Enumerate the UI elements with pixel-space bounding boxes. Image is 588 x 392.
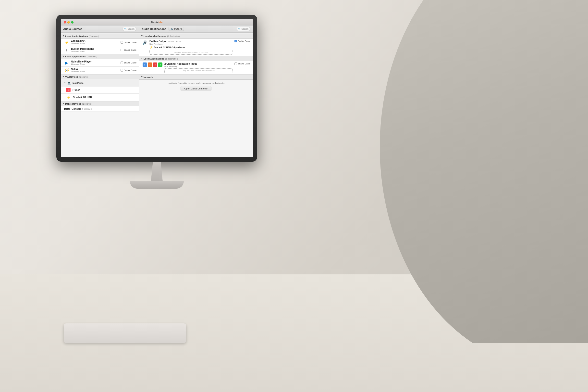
dest-2ch-checkbox[interactable]: [234, 62, 237, 65]
section-dest-local-apps[interactable]: Local Applications (1 destination): [139, 56, 253, 61]
device-itunes: ♪ iTunes: [61, 86, 139, 94]
left-panel-title: Audio Sources: [63, 28, 82, 30]
traffic-lights: [64, 21, 74, 24]
monitor-stand-base: [130, 181, 184, 189]
dest-builtin-output-name: Built-in Output: [150, 40, 166, 43]
device-builtin-mic-info: Built-in Microphone Listeners: None: [71, 48, 118, 52]
dest-builtin-output: 🔊 Built-in Output Default Output Now Rec…: [139, 39, 253, 56]
dest-builtin-checkbox[interactable]: ✓: [234, 40, 237, 42]
monitor-stand-neck: [147, 162, 166, 181]
left-search-text: Search: [128, 28, 134, 30]
network-content: Use Dante Controller to send audio to a …: [139, 80, 253, 94]
sub-device-ipsofacto[interactable]: 💻 IpsoFacto: [61, 80, 139, 86]
left-panel: Audio Sources 🔍 Search Local Audio Devic…: [61, 26, 139, 157]
network-expand-icon: [141, 76, 142, 78]
app-window: DanteVia Audio Sources 🔍 Search: [61, 19, 253, 157]
at2020-enable-label: Enable Dante: [124, 41, 136, 44]
at2020-checkbox[interactable]: [120, 41, 123, 44]
section-dest-local-audio[interactable]: Local Audio Devices (1 destination): [139, 34, 253, 39]
device-at2020-info: AT2020 USB Listeners: None: [71, 40, 118, 45]
dest-2ch-drop-zone[interactable]: Drop an Audio Source here to connect: [164, 68, 232, 73]
section-count-dante: (1 source): [82, 103, 92, 105]
app-title: DanteVia: [151, 21, 163, 24]
device-builtin-mic-listeners: Listeners: None: [71, 50, 118, 52]
device-builtin-mic: 🎙 Built-in Microphone Listeners: None En…: [61, 46, 139, 54]
right-search-icon: 🔍: [238, 28, 240, 30]
device-itunes-name: iTunes: [72, 89, 80, 92]
quicktime-enable-label: Enable Dante: [124, 62, 136, 64]
device-console: dDante Console 8 channels: [61, 106, 139, 112]
device-at2020: ⚡ AT2020 USB Listeners: None Enable Dant…: [61, 39, 139, 46]
laptop-icon: 💻: [67, 80, 72, 85]
dest-green-app-icon: ●: [158, 62, 162, 67]
dest-2ch-enable-btn[interactable]: Enable Dante: [234, 62, 250, 65]
dest-builtin-drop-zone[interactable]: Drop an Audio Source here to connect: [150, 50, 232, 55]
dest-builtin-receiving-source: Scarlett 2i2 USB @ IpsoFacto: [154, 46, 185, 48]
quicktime-enable-btn[interactable]: Enable Dante: [120, 62, 136, 64]
maximize-button[interactable]: [71, 21, 74, 24]
safari-checkbox[interactable]: [120, 69, 123, 72]
title-dante: Dante: [151, 21, 159, 24]
right-panel: Audio Destinations 🔊 Mute All 🔍 Search: [139, 26, 253, 157]
section-via-devices[interactable]: Via Devices (1 source): [61, 74, 139, 80]
right-panel-header: Audio Destinations 🔊 Mute All 🔍 Search: [139, 26, 253, 32]
ipsofacto-expand-icon: [64, 82, 66, 84]
device-builtin-mic-name: Built-in Microphone: [71, 48, 118, 50]
device-quicktime-info: QuickTime Player Listeners: None: [71, 60, 118, 65]
right-panel-title: Audio Destinations: [142, 28, 166, 30]
dest-local-apps-expand-icon: [141, 58, 142, 60]
open-dante-controller-button[interactable]: Open Dante Controller: [180, 86, 211, 91]
section-count-local-audio: (2 sources): [89, 35, 100, 38]
title-via: Via: [158, 21, 162, 24]
left-search-box[interactable]: 🔍 Search: [122, 27, 136, 31]
dest-builtin-enable-btn[interactable]: ✓ Enable Dante: [234, 40, 250, 42]
device-at2020-name: AT2020 USB: [71, 40, 118, 43]
section-dante-devices[interactable]: Dante Devices (1 source): [61, 101, 139, 106]
builtin-mic-checkbox[interactable]: [120, 49, 123, 51]
usb-icon: ⚡: [64, 40, 69, 45]
quicktime-checkbox[interactable]: [120, 62, 123, 64]
dest-section-count-local-audio: (1 destination): [167, 35, 180, 38]
app-content: Audio Sources 🔍 Search Local Audio Devic…: [61, 26, 253, 157]
device-safari: 🧭 Safari Listeners: None Enable Dante: [61, 67, 139, 74]
close-button[interactable]: [64, 21, 66, 24]
device-safari-name: Safari: [71, 68, 118, 70]
device-safari-info: Safari Listeners: None: [71, 68, 118, 73]
section-name-via: Via Devices: [65, 76, 78, 78]
mute-all-button[interactable]: 🔊 Mute All: [168, 27, 184, 31]
section-local-audio-devices[interactable]: Local Audio Devices (2 sources): [61, 34, 139, 39]
mute-all-label: Mute All: [174, 28, 182, 30]
section-count-local-apps: (2 sources): [87, 55, 97, 58]
section-local-apps-icon: [63, 56, 64, 58]
dest-builtin-receiving-label: Now Receiving:: [150, 43, 232, 45]
right-search-box[interactable]: 🔍 Search: [236, 27, 250, 31]
dest-2ch-app-input: ● ● ● ● 2 Channel Application Input Now …: [139, 61, 253, 74]
dest-builtin-receiving-icon: ⚡: [150, 46, 153, 49]
section-expand-icon: [63, 35, 64, 37]
builtin-mic-enable-label: Enable Dante: [124, 49, 136, 51]
monitor: DanteVia Audio Sources 🔍 Search: [56, 15, 257, 191]
section-local-apps[interactable]: Local Applications (2 sources): [61, 54, 139, 59]
at2020-enable-btn[interactable]: Enable Dante: [120, 41, 136, 44]
left-panel-scroll[interactable]: Local Audio Devices (2 sources) ⚡ AT2020…: [61, 32, 139, 157]
quicktime-icon: ▶: [64, 60, 69, 65]
scarlett-usb-icon: ⚡: [66, 95, 71, 100]
device-quicktime-name: QuickTime Player: [71, 60, 118, 63]
dest-2ch-app-name: 2 Channel Application Input: [164, 62, 232, 65]
dest-2ch-enable-label: Enable Dante: [238, 62, 250, 65]
right-panel-scroll[interactable]: Local Audio Devices (1 destination) 🔊 Bu…: [139, 32, 253, 157]
device-console-name: Console 8 channels: [72, 108, 136, 110]
dest-red-app-icon: ●: [153, 62, 157, 67]
monitor-bezel: DanteVia Audio Sources 🔍 Search: [56, 15, 257, 162]
dest-2ch-icons-row: ● ● ● ●: [142, 62, 162, 67]
dante-logo-icon: dDante: [64, 108, 70, 110]
right-search-text: Search: [241, 28, 248, 30]
minimize-button[interactable]: [68, 21, 70, 24]
device-safari-listeners: Listeners: None: [71, 70, 118, 73]
left-search-icon: 🔍: [124, 28, 127, 30]
section-network[interactable]: Network: [139, 74, 253, 80]
builtin-mic-enable-btn[interactable]: Enable Dante: [120, 49, 136, 51]
section-name-dante: Dante Devices: [65, 102, 81, 105]
safari-enable-btn[interactable]: Enable Dante: [120, 69, 136, 72]
dest-orange-app-icon: ●: [148, 62, 152, 67]
